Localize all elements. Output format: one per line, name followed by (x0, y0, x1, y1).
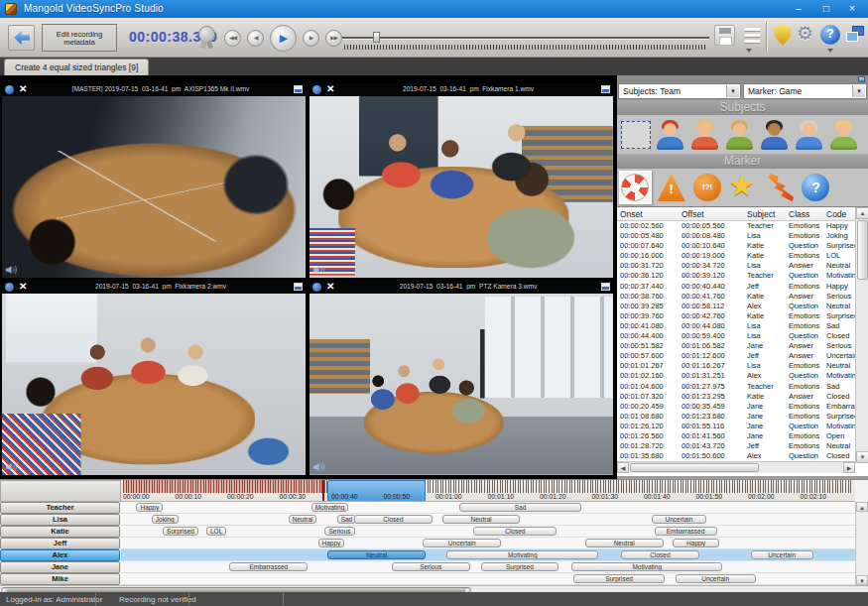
close-video-icon[interactable]: ✕ (19, 281, 27, 292)
video-panel-fixkamera-1[interactable]: ✕ 2019-07-15_03-16-41_pm_Fixkamera 1.wmv (310, 83, 613, 278)
info-icon[interactable] (312, 85, 321, 94)
track-lane-mike[interactable]: SurprisedUncertain (121, 573, 855, 585)
track-lane-alex[interactable]: NeutralMotivatingClosedUncertain (121, 549, 855, 561)
event-bar[interactable]: Closed (621, 550, 698, 559)
video-panel-master[interactable]: ✕ [MASTER] 2019-07-15_03-16-41_pm_AXISP1… (2, 83, 306, 278)
column-header[interactable]: Offset (679, 207, 744, 221)
close-video-icon[interactable]: ✕ (326, 83, 334, 94)
subject-avatar-green-female[interactable] (828, 119, 859, 151)
scrollbar-thumb[interactable] (857, 220, 868, 280)
scroll-up-arrow-icon[interactable]: ▲ (856, 502, 868, 512)
event-bar[interactable]: LOL (206, 527, 226, 536)
event-row[interactable]: 00:00:16.00000:00:19.000KatieEmotionsLOL (617, 251, 855, 261)
event-bar[interactable]: Closed (473, 527, 557, 536)
subject-selection-box[interactable] (621, 121, 651, 149)
event-bar[interactable]: Happy (136, 503, 163, 512)
event-bar[interactable]: Motivating (571, 562, 722, 571)
scroll-right-arrow-icon[interactable]: ▶ (843, 462, 855, 473)
track-lane-katie[interactable]: SurprisedLOLSeriousClosedEmbarrassed (121, 526, 855, 538)
maximize-button[interactable]: □ (814, 2, 838, 16)
event-bar[interactable]: Serious (324, 527, 354, 536)
event-row[interactable]: 00:01:07.32000:01:23.295KatieAnswerClose… (617, 392, 855, 402)
subject-avatar-red-cap[interactable] (655, 119, 685, 151)
save-dropdown-chevron-icon[interactable] (746, 49, 752, 53)
help-icon[interactable]: ? (820, 25, 840, 45)
subject-avatar-dark-hair[interactable] (759, 119, 790, 151)
event-bar[interactable]: Serious (392, 562, 470, 571)
event-bar[interactable]: Uncertain (751, 550, 813, 559)
seek-track[interactable] (342, 37, 709, 39)
event-bar[interactable]: Happy (673, 539, 719, 547)
lifebuoy-icon[interactable] (619, 171, 652, 204)
menu-icon[interactable] (742, 25, 763, 46)
event-bar[interactable]: Embarrassed (229, 562, 308, 571)
event-row[interactable]: 00:00:44.40000:00:59.400LisaQuestionClos… (617, 331, 855, 341)
speaker-icon[interactable] (312, 461, 325, 473)
next-button[interactable]: ▶▶ (325, 30, 342, 47)
scroll-left-arrow-icon[interactable]: ◀ (617, 462, 629, 473)
cascade-windows-icon[interactable] (845, 25, 865, 45)
chevron-down-icon[interactable]: ▾ (726, 85, 739, 97)
monitor-icon[interactable] (601, 85, 610, 93)
event-row[interactable]: 00:00:05.48000:00:08.480LisaEmotionsJoki… (617, 231, 855, 241)
video-panel-fixkamera-2[interactable]: ✕ 2019-07-15_03-16-41_pm_Fixkamera 2.wmv (2, 281, 306, 475)
event-row[interactable]: 00:00:36.12000:00:39.120TeacherQuestionM… (617, 271, 855, 281)
event-bar[interactable]: Uncertain (423, 539, 501, 547)
scrollbar-thumb[interactable] (630, 463, 759, 472)
column-header[interactable]: Onset (617, 207, 679, 221)
event-row[interactable]: 00:00:38.76000:00:41.760KatieAnswerSerio… (617, 292, 855, 302)
timeline-vertical-scrollbar[interactable]: ▲ ▼ (855, 502, 868, 585)
track-lane-teacher[interactable]: HappyMotivatingSad (121, 502, 855, 514)
seek-thumb[interactable] (373, 32, 380, 43)
gear-icon[interactable]: ⚙ (797, 22, 813, 44)
event-row[interactable]: 00:01:26.56000:01:41.560JaneEmotionsOpen (617, 431, 855, 441)
event-row[interactable]: 00:00:20.45900:00:35.459JaneEmotionsEmba… (617, 402, 855, 412)
event-row[interactable]: 00:00:07.64000:00:10.640KatieQuestionSur… (617, 241, 855, 251)
column-header[interactable]: Code (823, 207, 855, 221)
event-bar[interactable]: Surprised (163, 527, 198, 536)
event-bar[interactable]: Motivating (311, 503, 349, 512)
subjects-dropdown[interactable]: Subjects: Team ▾ (618, 83, 741, 99)
info-icon[interactable] (312, 283, 321, 292)
info-icon[interactable] (5, 283, 14, 292)
event-bar[interactable]: Uncertain (652, 515, 706, 524)
track-lane-lisa[interactable]: JokingNeutralSadClosedNeutralUncertain (121, 514, 855, 526)
event-row[interactable]: 00:00:39.76000:00:42.760KatieEmotionsSur… (617, 311, 855, 321)
previous-button[interactable]: ◀◀ (224, 30, 241, 47)
question-icon[interactable] (800, 171, 831, 204)
column-header[interactable]: Class (786, 207, 823, 221)
event-row[interactable]: 00:00:57.60000:01:12.600JeffAnswerUncert… (617, 351, 855, 361)
close-button[interactable]: × (840, 2, 864, 16)
save-icon[interactable] (714, 25, 735, 46)
scroll-down-arrow-icon[interactable]: ▼ (856, 575, 868, 585)
play-button[interactable]: ▶ (270, 25, 297, 52)
rewind-button[interactable]: ◀ (247, 30, 264, 47)
monitor-icon[interactable] (294, 283, 303, 291)
track-label-mike[interactable]: Mike (0, 573, 120, 585)
event-bar[interactable]: Motivating (446, 550, 598, 559)
event-row[interactable]: 00:01:28.72000:01:43.720JeffEmotionsNeut… (617, 441, 855, 451)
event-bar[interactable]: Closed (354, 515, 433, 524)
event-bar[interactable]: Sad (459, 503, 581, 512)
ace-card-icon[interactable] (836, 171, 868, 204)
subject-avatar-orange-shirt[interactable] (689, 119, 720, 151)
event-row[interactable]: 00:01:01.26700:01:16.267LisaEmotionsNeut… (617, 361, 855, 371)
event-row[interactable]: 00:00:02.56000:00:05.560TeacherEmotionsH… (617, 221, 855, 231)
edit-recording-metadata-button[interactable]: Edit recording metadata (42, 24, 117, 52)
star-icon[interactable] (727, 171, 759, 204)
track-lane-jeff[interactable]: HappyUncertainNeutralHappy (121, 538, 855, 549)
scroll-down-arrow-icon[interactable]: ▼ (856, 451, 868, 463)
help-dropdown-chevron-icon[interactable] (827, 49, 833, 53)
event-bar[interactable]: Surprised (481, 562, 559, 571)
warning-icon[interactable] (656, 171, 687, 204)
speaker-icon[interactable] (312, 264, 325, 276)
event-row[interactable]: 00:01:26.12000:01:55.116JaneQuestionMoti… (617, 422, 855, 431)
event-bar[interactable]: Neutral (442, 515, 521, 524)
monitor-icon[interactable] (294, 85, 303, 93)
event-bar[interactable]: Embarrassed (655, 527, 717, 536)
event-row[interactable]: 00:00:31.72000:00:34.720LisaAnswerNeutra… (617, 261, 855, 271)
interrobang-icon[interactable] (691, 171, 723, 204)
back-button[interactable] (8, 25, 35, 51)
event-bar[interactable]: Neutral (327, 550, 426, 559)
table-horizontal-scrollbar[interactable]: ◀ ▶ (617, 461, 855, 473)
